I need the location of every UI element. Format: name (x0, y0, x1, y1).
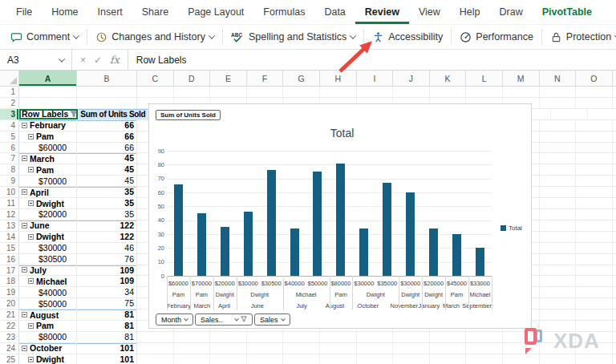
grid-cell[interactable] (393, 343, 430, 354)
cell-B1[interactable] (77, 87, 137, 97)
grid-cell[interactable] (466, 332, 503, 342)
grid-cell[interactable] (576, 143, 613, 153)
grid-cell[interactable] (430, 343, 467, 354)
grid-cell[interactable] (247, 87, 284, 97)
grid-cell[interactable] (503, 87, 540, 97)
cell-B6[interactable]: 66 (77, 143, 137, 153)
bar-2[interactable] (221, 227, 229, 276)
column-header-M[interactable]: M (503, 71, 540, 86)
collapse-icon[interactable] (22, 123, 27, 128)
collapse-icon[interactable] (28, 278, 34, 284)
cell-B12[interactable]: 35 (77, 209, 137, 220)
grid-cell[interactable] (576, 243, 613, 253)
grid-cell[interactable] (357, 354, 394, 364)
column-header-F[interactable]: F (247, 71, 284, 86)
row-header-18[interactable]: 18 (0, 276, 19, 286)
column-header-C[interactable]: C (137, 71, 174, 86)
row-header-21[interactable]: 21 (0, 309, 19, 320)
column-header-B[interactable]: B (77, 71, 137, 86)
grid-cell[interactable] (576, 176, 613, 186)
column-header-N[interactable]: N (540, 71, 577, 86)
grid-cell[interactable] (540, 131, 577, 142)
grid-cell[interactable] (576, 265, 613, 276)
grid-cell[interactable] (357, 343, 394, 354)
collapse-icon[interactable] (28, 134, 34, 140)
grid-cell[interactable] (540, 98, 577, 108)
row-header-16[interactable]: 16 (0, 254, 19, 265)
grid-cell[interactable] (576, 153, 613, 164)
grid-cell[interactable] (210, 354, 247, 364)
grid-cell[interactable] (540, 309, 577, 320)
grid-cell[interactable] (576, 232, 613, 242)
grid-cell[interactable] (247, 332, 284, 342)
collapse-icon[interactable] (22, 156, 27, 161)
protection-button[interactable]: Protection (545, 28, 616, 47)
cancel-icon[interactable]: × (80, 55, 86, 66)
bar-6[interactable] (313, 172, 322, 276)
cell-B22[interactable]: 81 (77, 321, 137, 331)
select-all-corner[interactable] (0, 71, 19, 86)
cell-B10[interactable]: 35 (77, 187, 137, 197)
cell-B2[interactable] (77, 98, 137, 108)
grid-cell[interactable] (540, 354, 577, 364)
column-header-A[interactable]: A (19, 71, 77, 86)
grid-cell[interactable] (576, 354, 613, 364)
column-header-K[interactable]: K (430, 71, 467, 86)
grid-cell[interactable] (466, 343, 503, 354)
cell-A21[interactable]: August (19, 309, 77, 320)
row-header-3[interactable]: 3 (0, 109, 19, 119)
grid-cell[interactable] (283, 332, 320, 342)
grid-cell[interactable] (540, 276, 577, 286)
cell-B16[interactable]: 76 (77, 254, 137, 265)
cell-A4[interactable]: February (19, 120, 77, 131)
bar-12[interactable] (452, 234, 461, 276)
name-box[interactable]: A3 (0, 50, 72, 70)
grid-cell[interactable] (576, 309, 613, 320)
grid-cell[interactable] (576, 276, 613, 286)
cell-B23[interactable]: 81 (77, 332, 137, 342)
cell-A7[interactable]: March (19, 153, 77, 164)
performance-button[interactable]: Performance (454, 28, 539, 47)
grid-cell[interactable] (576, 187, 613, 197)
cell-B20[interactable]: 75 (77, 298, 137, 309)
insert-function-icon[interactable]: fx (110, 54, 120, 66)
bar-8[interactable] (359, 229, 368, 276)
grid-cell[interactable] (357, 332, 394, 342)
enter-check-icon[interactable]: ✓ (94, 55, 102, 66)
grid-cell[interactable] (540, 120, 577, 131)
grid-cell[interactable] (540, 143, 577, 153)
pivot-chart[interactable]: Sum of Units Sold Total 0102030405060708… (148, 103, 532, 329)
cell-A13[interactable]: June (19, 220, 77, 231)
grid-cell[interactable] (576, 298, 613, 309)
cell-A16[interactable]: $30500 (19, 254, 77, 265)
pivot-value-field-button[interactable]: Sum of Units Sold (156, 110, 221, 120)
grid-cell[interactable] (540, 287, 577, 297)
menu-tab-share[interactable]: Share (132, 0, 178, 24)
grid-cell[interactable] (430, 354, 467, 364)
row-header-4[interactable]: 4 (0, 120, 19, 131)
cell-A18[interactable]: Michael (19, 276, 77, 286)
grid-cell[interactable] (320, 354, 357, 364)
cell-A2[interactable] (19, 98, 77, 108)
row-header-1[interactable]: 1 (0, 87, 19, 97)
grid-cell[interactable] (540, 87, 577, 97)
menu-tab-review[interactable]: Review (355, 0, 409, 24)
grid-cell[interactable] (576, 120, 613, 131)
grid-cell[interactable] (540, 298, 577, 309)
cell-A10[interactable]: April (19, 187, 77, 197)
grid-cell[interactable] (576, 131, 613, 142)
row-header-9[interactable]: 9 (0, 176, 19, 186)
cell-B9[interactable]: 45 (77, 176, 137, 186)
grid-cell[interactable] (551, 109, 588, 119)
menu-tab-draw[interactable]: Draw (490, 0, 533, 24)
menu-tab-file[interactable]: File (6, 0, 42, 24)
menu-tab-formulas[interactable]: Formulas (253, 0, 314, 24)
row-header-13[interactable]: 13 (0, 220, 19, 231)
grid-cell[interactable] (576, 164, 613, 175)
column-header-D[interactable]: D (174, 71, 211, 86)
cell-A22[interactable]: Pam (19, 321, 77, 331)
row-header-5[interactable]: 5 (0, 131, 19, 142)
bar-11[interactable] (429, 229, 438, 276)
cell-B8[interactable]: 45 (77, 164, 137, 175)
grid-cell[interactable] (283, 87, 320, 97)
